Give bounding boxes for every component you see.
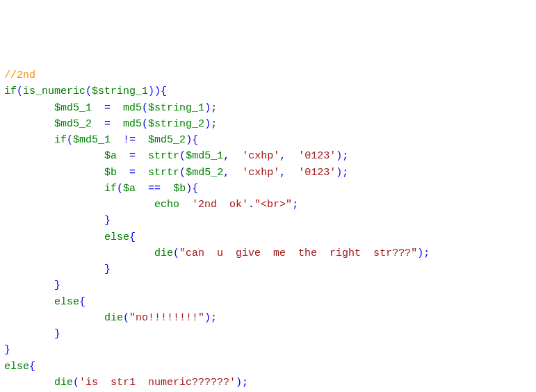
paren-open: ( xyxy=(173,247,179,259)
var-b: $b xyxy=(104,167,117,179)
semi: ; xyxy=(342,167,348,179)
var-md5-2: $md5_2 xyxy=(148,134,186,146)
var-a: $a xyxy=(123,183,136,195)
brace-open: { xyxy=(79,296,86,308)
keyword-else: else xyxy=(54,296,79,308)
brace-open: { xyxy=(192,134,198,146)
fn-die: die xyxy=(104,312,123,324)
fn-is-numeric: is_numeric xyxy=(23,85,86,97)
fn-md5: md5 xyxy=(123,118,142,130)
comment: //2nd xyxy=(4,70,35,81)
paren-close: ) xyxy=(186,134,192,146)
comma: , xyxy=(223,167,229,179)
str-0123: '0123' xyxy=(298,167,336,179)
paren-close: ) xyxy=(148,85,154,97)
op-neq: != xyxy=(123,134,136,146)
var-md5-1: $md5_1 xyxy=(73,134,111,146)
op-assign: = xyxy=(129,150,136,162)
paren-open: ( xyxy=(142,118,148,130)
semi: ; xyxy=(423,247,430,259)
semi: ; xyxy=(211,102,217,114)
var-md5-1: $md5_1 xyxy=(54,102,92,114)
brace-close: } xyxy=(104,215,111,227)
paren-open: ( xyxy=(73,377,79,389)
semi: ; xyxy=(211,312,217,324)
paren-close: ) xyxy=(417,247,423,259)
fn-strtr: strtr xyxy=(148,167,179,179)
paren-close: ) xyxy=(204,118,211,130)
paren-close: ) xyxy=(236,377,242,389)
paren-close: ) xyxy=(204,102,211,114)
comma: , xyxy=(223,150,229,162)
str-br: "<br>" xyxy=(254,199,292,211)
paren-open: ( xyxy=(86,85,92,97)
comma: , xyxy=(279,167,286,179)
paren-open: ( xyxy=(142,102,148,114)
brace-close: } xyxy=(54,279,60,291)
var-b: $b xyxy=(173,183,186,195)
brace-open: { xyxy=(129,231,136,243)
str-0123: '0123' xyxy=(298,150,336,162)
fn-strtr: strtr xyxy=(148,150,179,162)
keyword-if: if xyxy=(54,134,67,146)
paren-close: ) xyxy=(186,183,192,195)
brace-open: { xyxy=(192,183,198,195)
paren-close: ) xyxy=(154,85,161,97)
paren-close: ) xyxy=(204,312,211,324)
str-cxhp: 'cxhp' xyxy=(242,167,279,179)
paren-open: ( xyxy=(117,183,123,195)
str-no: "no!!!!!!!!" xyxy=(129,312,204,324)
str-is-str1: 'is str1 numeric??????' xyxy=(79,377,236,389)
fn-die: die xyxy=(54,377,73,389)
var-md5-1: $md5_1 xyxy=(186,150,223,162)
var-a: $a xyxy=(104,150,117,162)
keyword-echo: echo xyxy=(154,199,179,211)
fn-md5: md5 xyxy=(123,102,142,114)
brace-close: } xyxy=(4,344,10,356)
paren-close: ) xyxy=(336,167,342,179)
op-assign: = xyxy=(104,102,111,114)
paren-open: ( xyxy=(179,150,186,162)
semi: ; xyxy=(342,150,348,162)
fn-die: die xyxy=(154,247,173,259)
brace-close: } xyxy=(104,263,111,275)
paren-open: ( xyxy=(179,167,186,179)
code-block: //2nd if(is_numeric($string_1)){ $md5_1 … xyxy=(4,67,532,392)
brace-open: { xyxy=(161,85,167,97)
var-md5-2: $md5_2 xyxy=(186,167,223,179)
var-md5-2: $md5_2 xyxy=(54,118,92,130)
keyword-else: else xyxy=(4,361,29,373)
brace-open: { xyxy=(29,361,35,373)
paren-open: ( xyxy=(67,134,73,146)
brace-close: } xyxy=(54,328,60,340)
str-2nd-ok: '2nd ok' xyxy=(192,199,248,211)
op-concat: . xyxy=(248,199,254,211)
keyword-if: if xyxy=(4,85,17,97)
comma: , xyxy=(279,150,286,162)
paren-open: ( xyxy=(123,312,129,324)
keyword-else: else xyxy=(104,231,129,243)
paren-close: ) xyxy=(336,150,342,162)
keyword-if: if xyxy=(104,183,117,195)
var-string-1: $string_1 xyxy=(92,85,148,97)
semi: ; xyxy=(242,377,248,389)
var-string-1: $string_1 xyxy=(148,102,204,114)
semi: ; xyxy=(211,118,217,130)
semi: ; xyxy=(292,199,298,211)
paren-open: ( xyxy=(17,85,23,97)
op-assign: = xyxy=(129,167,136,179)
op-eq: == xyxy=(148,183,161,195)
var-string-2: $string_2 xyxy=(148,118,204,130)
op-assign: = xyxy=(104,118,111,130)
str-cxhp: 'cxhp' xyxy=(242,150,279,162)
str-cant-give: "can u give me the right str???" xyxy=(179,247,417,259)
